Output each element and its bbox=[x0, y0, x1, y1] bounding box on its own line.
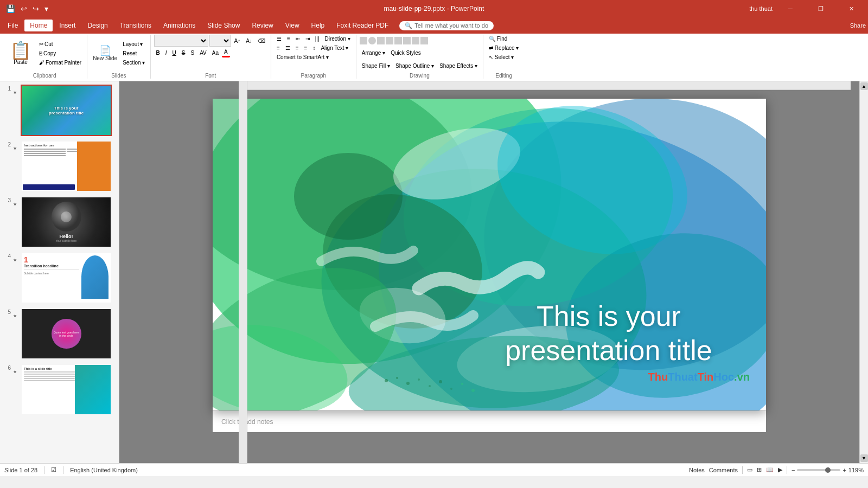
underline-button[interactable]: U bbox=[170, 49, 178, 57]
reset-button[interactable]: Reset bbox=[120, 49, 146, 57]
slide-preview-2[interactable]: Instructions for use bbox=[21, 140, 112, 192]
shape-outline-button[interactable]: Shape Outline ▾ bbox=[393, 62, 436, 70]
menu-home[interactable]: Home bbox=[24, 20, 53, 31]
close-button[interactable]: ✕ bbox=[839, 0, 864, 17]
justify-button[interactable]: ≡ bbox=[302, 44, 310, 52]
align-text-button[interactable]: Align Text ▾ bbox=[318, 44, 350, 52]
text-direction-button[interactable]: Direction ▾ bbox=[323, 35, 353, 43]
cut-button[interactable]: ✂ Cut bbox=[37, 40, 84, 48]
minimize-button[interactable]: ─ bbox=[778, 0, 803, 17]
undo-button[interactable]: ↩ bbox=[19, 3, 29, 14]
align-left-button[interactable]: ≡ bbox=[275, 44, 282, 52]
slide-title[interactable]: This is your presentation title bbox=[484, 299, 733, 367]
columns-button[interactable]: ||| bbox=[313, 35, 322, 43]
slide-thumb-1[interactable]: 1 ★ This is yourpresentation title bbox=[2, 84, 117, 137]
slide-preview-3[interactable]: Hello! Your subtitle here bbox=[21, 196, 112, 248]
slide-preview-4[interactable]: 1 Transition headline Subtitle content h… bbox=[21, 252, 112, 304]
decrease-font-button[interactable]: A↓ bbox=[244, 37, 254, 45]
zoom-slider[interactable]: − + 119% bbox=[792, 467, 864, 473]
select-button[interactable]: ↖ Select ▾ bbox=[487, 53, 521, 61]
bullets-button[interactable]: ☰ bbox=[275, 35, 284, 43]
reading-view-button[interactable]: 📖 bbox=[766, 466, 774, 473]
align-right-button[interactable]: ≡ bbox=[293, 44, 301, 52]
scroll-up-button[interactable]: ▲ bbox=[860, 82, 868, 90]
bold-button[interactable]: B bbox=[154, 49, 162, 57]
new-slide-button[interactable]: 📄 New Slide bbox=[91, 44, 119, 62]
menu-animations[interactable]: Animations bbox=[158, 20, 201, 31]
shape-other4[interactable] bbox=[403, 37, 411, 44]
font-color-button[interactable]: A bbox=[222, 48, 230, 57]
case-button[interactable]: Aa bbox=[210, 49, 221, 57]
increase-font-button[interactable]: A↑ bbox=[232, 37, 243, 45]
copy-button[interactable]: ⎘ Copy bbox=[37, 49, 84, 57]
convert-smartart-button[interactable]: Convert to SmartArt ▾ bbox=[275, 53, 331, 61]
line-spacing-button[interactable]: ↕ bbox=[310, 44, 317, 52]
tell-me-box[interactable]: 🔍 Tell me what you want to do bbox=[399, 21, 494, 30]
zoom-in-button[interactable]: + bbox=[843, 467, 846, 473]
menu-foxit[interactable]: Foxit Reader PDF bbox=[331, 20, 394, 31]
font-size-select[interactable] bbox=[209, 35, 231, 47]
slide-preview-5[interactable]: Quote text goes here in the circle bbox=[21, 308, 112, 359]
slide-thumb-2[interactable]: 2 ★ Instructions for use bbox=[2, 139, 117, 193]
share-button[interactable]: Share bbox=[850, 22, 866, 29]
notes-button[interactable]: Notes bbox=[689, 467, 705, 473]
zoom-level[interactable]: 119% bbox=[848, 467, 864, 473]
notes-area[interactable]: Click to add notes bbox=[213, 410, 766, 432]
shape-rect[interactable] bbox=[360, 37, 367, 44]
strikethrough-button[interactable]: S bbox=[180, 49, 188, 57]
replace-button[interactable]: ⇄ Replace ▾ bbox=[487, 44, 521, 52]
paste-button[interactable]: 📋 Paste bbox=[5, 41, 36, 66]
section-button[interactable]: Section ▾ bbox=[120, 59, 146, 67]
menu-insert[interactable]: Insert bbox=[54, 20, 81, 31]
shape-line[interactable] bbox=[412, 37, 419, 44]
shape-oval[interactable] bbox=[368, 37, 376, 44]
menu-view[interactable]: View bbox=[280, 20, 305, 31]
shape-other2[interactable] bbox=[386, 37, 393, 44]
restore-button[interactable]: ❐ bbox=[808, 0, 833, 17]
menu-transitions[interactable]: Transitions bbox=[114, 20, 157, 31]
slide-panel[interactable]: 1 ★ This is yourpresentation title 2 ★ I… bbox=[0, 81, 119, 463]
numbering-button[interactable]: ≡ bbox=[285, 35, 292, 43]
slide-thumb-6[interactable]: 6 ★ This is a slide title bbox=[2, 363, 117, 416]
find-button[interactable]: 🔍 Find bbox=[487, 35, 521, 43]
shadow-button[interactable]: S bbox=[188, 49, 196, 57]
center-button[interactable]: ☰ bbox=[283, 44, 292, 52]
italic-button[interactable]: I bbox=[163, 49, 169, 57]
redo-button[interactable]: ↪ bbox=[31, 3, 41, 14]
arrange-button[interactable]: Arrange ▾ bbox=[360, 49, 387, 57]
quick-styles-button[interactable]: Quick Styles bbox=[388, 49, 423, 57]
menu-slideshow[interactable]: Slide Show bbox=[202, 20, 245, 31]
shape-other3[interactable] bbox=[394, 37, 402, 44]
menu-design[interactable]: Design bbox=[82, 20, 113, 31]
slideshow-button[interactable]: ▶ bbox=[778, 466, 782, 473]
layout-button[interactable]: Layout ▾ bbox=[120, 40, 146, 48]
zoom-track[interactable] bbox=[797, 469, 840, 471]
shape-effects-button[interactable]: Shape Effects ▾ bbox=[437, 62, 480, 70]
slide-canvas[interactable]: This is your presentation title ThuThuat… bbox=[213, 99, 766, 410]
increase-indent-button[interactable]: ⇥ bbox=[303, 35, 312, 43]
shape-other[interactable] bbox=[377, 37, 385, 44]
scroll-down-button[interactable]: ▼ bbox=[860, 454, 868, 462]
slide-preview-6[interactable]: This is a slide title bbox=[21, 364, 112, 415]
save-button[interactable]: 💾 bbox=[4, 3, 17, 14]
canvas-area[interactable]: This is your presentation title ThuThuat… bbox=[119, 81, 859, 463]
zoom-out-button[interactable]: − bbox=[792, 467, 795, 473]
slide-thumb-5[interactable]: 5 ★ Quote text goes here in the circle bbox=[2, 307, 117, 361]
spacing-button[interactable]: AV bbox=[197, 49, 209, 57]
slide-preview-1[interactable]: This is yourpresentation title bbox=[21, 85, 112, 136]
menu-file[interactable]: File bbox=[2, 20, 23, 31]
comments-button[interactable]: Comments bbox=[709, 467, 738, 473]
clear-format-button[interactable]: ⌫ bbox=[256, 37, 267, 45]
format-painter-button[interactable]: 🖌 Format Painter bbox=[37, 59, 84, 67]
customize-qat-button[interactable]: ▾ bbox=[43, 3, 50, 14]
menu-review[interactable]: Review bbox=[246, 20, 278, 31]
right-scrollbar[interactable]: ▲ ▼ bbox=[859, 81, 868, 463]
shape-fill-button[interactable]: Shape Fill ▾ bbox=[360, 62, 392, 70]
slide-thumb-3[interactable]: 3 ★ Hello! Your subtitle here bbox=[2, 195, 117, 249]
shape-arrow[interactable] bbox=[420, 37, 428, 44]
slide-thumb-4[interactable]: 4 ★ 1 Transition headline Subtitle conte… bbox=[2, 251, 117, 305]
slide-sorter-button[interactable]: ⊞ bbox=[757, 466, 762, 473]
normal-view-button[interactable]: ▭ bbox=[747, 466, 752, 473]
font-name-select[interactable] bbox=[154, 35, 208, 47]
menu-help[interactable]: Help bbox=[306, 20, 330, 31]
